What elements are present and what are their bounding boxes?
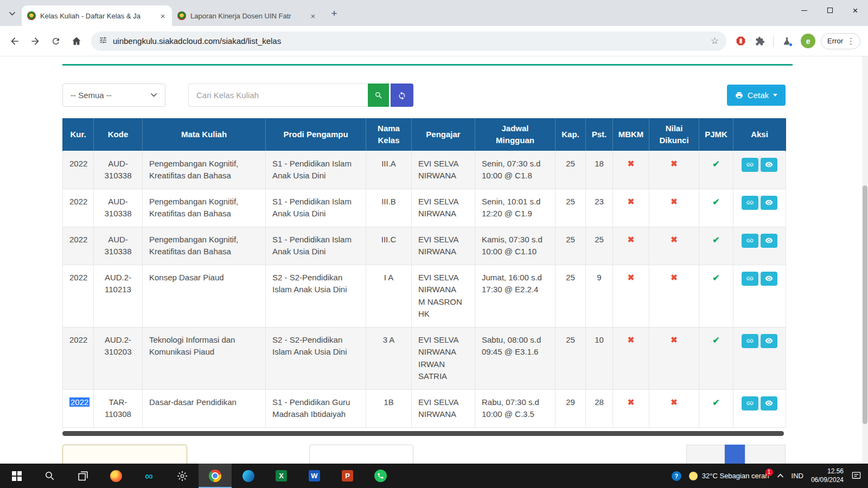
cell-pjmk: ✔ bbox=[699, 151, 733, 189]
cell-nama-kelas: 3 A bbox=[366, 327, 412, 389]
column-header: Nilai Dikunci bbox=[649, 118, 699, 151]
pagination-nav bbox=[686, 445, 786, 464]
taskbar-apps: ∞ X W P bbox=[0, 464, 397, 488]
tab-laporan-kinerja[interactable]: Laporan Kinerja Dosen UIN Fatr × bbox=[172, 5, 322, 26]
firefox-app[interactable] bbox=[99, 464, 132, 488]
pagination-active-page[interactable] bbox=[725, 445, 745, 464]
link-button[interactable] bbox=[742, 234, 758, 248]
link-button[interactable] bbox=[742, 272, 758, 286]
help-tray-icon[interactable]: ? bbox=[672, 471, 681, 481]
pagination-prev-button[interactable] bbox=[686, 445, 725, 464]
task-view-button[interactable] bbox=[66, 464, 99, 488]
clock[interactable]: 12.56 06/09/2024 bbox=[811, 467, 844, 484]
detail-eye-button[interactable] bbox=[761, 234, 777, 248]
edge-app[interactable] bbox=[232, 464, 265, 488]
link-button[interactable] bbox=[742, 196, 758, 210]
minimize-button[interactable] bbox=[792, 0, 817, 21]
cross-icon: ✖ bbox=[628, 235, 635, 244]
forward-icon[interactable] bbox=[26, 32, 44, 50]
extensions-puzzle-icon[interactable] bbox=[751, 33, 769, 50]
cell-pst: 9 bbox=[586, 265, 613, 327]
settings-app[interactable] bbox=[165, 464, 199, 488]
loop-app[interactable]: ∞ bbox=[132, 464, 165, 488]
check-icon: ✔ bbox=[712, 336, 719, 345]
search-button[interactable] bbox=[368, 84, 389, 107]
close-window-button[interactable]: × bbox=[843, 0, 868, 21]
page-length-select[interactable] bbox=[62, 445, 187, 464]
language-indicator[interactable]: IND bbox=[792, 472, 803, 480]
back-icon[interactable] bbox=[5, 32, 24, 50]
window-controls: × bbox=[792, 0, 868, 21]
cell-pst: 25 bbox=[586, 227, 613, 265]
new-tab-button[interactable]: + bbox=[327, 6, 342, 21]
cell-mata-kuliah: Teknologi Informasi dan Komunikasi Piaud bbox=[143, 327, 266, 389]
detail-eye-button[interactable] bbox=[761, 272, 777, 286]
filter-select-value: -- Semua -- bbox=[71, 91, 112, 100]
windows-logo-icon bbox=[12, 471, 22, 481]
home-icon[interactable] bbox=[67, 32, 86, 50]
search-input[interactable] bbox=[188, 84, 368, 107]
tab-close-icon[interactable]: × bbox=[158, 11, 168, 21]
start-button[interactable] bbox=[0, 464, 33, 488]
cell-aksi bbox=[733, 389, 786, 427]
bookmark-star-icon[interactable]: ☆ bbox=[711, 35, 719, 47]
cell-aksi bbox=[733, 227, 786, 265]
browser-menu-button[interactable]: Error ⋮ bbox=[821, 33, 860, 49]
cell-mbkm: ✖ bbox=[613, 265, 649, 327]
tab-search-icon[interactable] bbox=[4, 6, 20, 21]
column-header: PJMK bbox=[699, 118, 733, 151]
tab-close-icon[interactable]: × bbox=[308, 11, 318, 21]
word-app[interactable]: W bbox=[298, 464, 331, 488]
column-header: Prodi Pengampu bbox=[266, 118, 366, 151]
cell-nilai-dikunci: ✖ bbox=[649, 189, 699, 227]
table-header-row: Kur.KodeMata KuliahProdi PengampuNama Ke… bbox=[63, 118, 786, 151]
cross-icon: ✖ bbox=[628, 397, 635, 407]
page-scrollbar-track[interactable] bbox=[862, 56, 868, 464]
taskbar-search-button[interactable] bbox=[33, 464, 66, 488]
notification-badge: 1 bbox=[765, 468, 773, 476]
kelas-row: 2022AUD-310338Pengembangan Kognitif, Kre… bbox=[63, 227, 786, 265]
pagination-next-button[interactable] bbox=[745, 445, 786, 464]
tab-kelas-kuliah[interactable]: Kelas Kuliah - Daftar Kelas & Ja × bbox=[22, 5, 172, 26]
profile-avatar[interactable]: e bbox=[801, 34, 815, 48]
detail-eye-button[interactable] bbox=[761, 334, 777, 348]
cell-nama-kelas: 1B bbox=[366, 389, 412, 427]
detail-eye-button[interactable] bbox=[761, 196, 777, 210]
adblock-shield-icon[interactable] bbox=[732, 33, 749, 50]
refresh-icon bbox=[398, 91, 406, 100]
address-bar[interactable]: uinbengkulu.siakadcloud.com/siakad/list_… bbox=[91, 31, 726, 51]
cell-prodi-pengampu: S2 - S2-Pendidikan Islam Anak Usia Dini bbox=[266, 327, 366, 389]
link-button[interactable] bbox=[742, 334, 758, 348]
cell-prodi-pengampu: S1 - Pendidikan Islam Anak Usia Dini bbox=[266, 227, 366, 265]
detail-eye-button[interactable] bbox=[761, 396, 777, 410]
table-filter-box[interactable] bbox=[309, 445, 413, 464]
weather-tray[interactable]: 1 32°C Sebagian cerah bbox=[689, 472, 769, 480]
whatsapp-app[interactable] bbox=[364, 464, 397, 488]
cell-nama-kelas: III.C bbox=[366, 227, 412, 265]
excel-icon: X bbox=[276, 470, 287, 481]
excel-app[interactable]: X bbox=[265, 464, 298, 488]
tray-chevron-up-icon[interactable] bbox=[777, 473, 784, 478]
cell-mata-kuliah: Pengembangan Kognitif, Kreatifitas dan B… bbox=[143, 151, 266, 189]
detail-eye-button[interactable] bbox=[761, 158, 777, 172]
maximize-button[interactable] bbox=[817, 0, 843, 21]
page-scrollbar-thumb[interactable] bbox=[863, 185, 867, 424]
print-button[interactable]: Cetak bbox=[727, 85, 786, 106]
cell-kur: 2022 bbox=[63, 189, 94, 227]
semester-filter-select[interactable]: -- Semua -- bbox=[62, 84, 165, 107]
weather-text: 32°C Sebagian cerah bbox=[702, 472, 769, 480]
labs-flask-icon[interactable] bbox=[778, 33, 795, 50]
link-button[interactable] bbox=[742, 396, 758, 410]
cell-kur: 2022 bbox=[63, 327, 94, 389]
cell-kur: 2022 bbox=[63, 151, 94, 189]
site-info-icon[interactable] bbox=[99, 36, 107, 47]
action-center-icon[interactable] bbox=[851, 471, 861, 481]
pagination-row bbox=[62, 445, 786, 464]
refresh-button[interactable] bbox=[391, 84, 413, 107]
reload-icon[interactable] bbox=[47, 32, 65, 50]
powerpoint-app[interactable]: P bbox=[331, 464, 364, 488]
search-icon bbox=[374, 91, 383, 100]
link-button[interactable] bbox=[742, 158, 758, 172]
chrome-app[interactable] bbox=[199, 464, 232, 488]
horizontal-scrollbar[interactable] bbox=[62, 431, 784, 436]
